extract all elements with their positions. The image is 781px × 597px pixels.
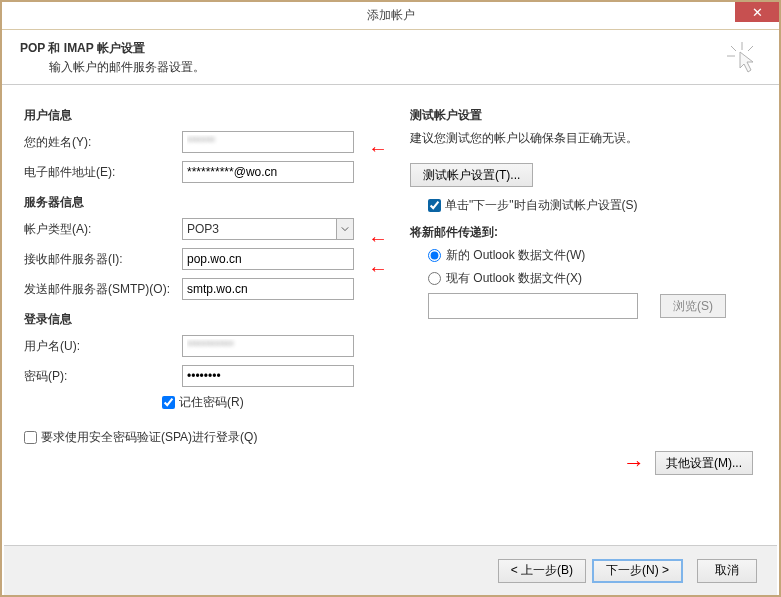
- deliver-section-title: 将新邮件传递到:: [410, 224, 757, 241]
- test-section-title: 测试帐户设置: [410, 107, 757, 124]
- name-input[interactable]: [182, 131, 354, 153]
- footer: < 上一步(B) 下一步(N) > 取消: [4, 545, 777, 595]
- email-input[interactable]: [182, 161, 354, 183]
- right-column: 测试帐户设置 建议您测试您的帐户以确保条目正确无误。 测试帐户设置(T)... …: [410, 103, 757, 446]
- new-data-file-label: 新的 Outlook 数据文件(W): [446, 247, 585, 264]
- outgoing-server-input[interactable]: [182, 278, 354, 300]
- spa-checkbox[interactable]: [24, 431, 37, 444]
- password-label: 密码(P):: [24, 368, 182, 385]
- incoming-server-label: 接收邮件服务器(I):: [24, 251, 182, 268]
- password-input[interactable]: [182, 365, 354, 387]
- new-data-file-radio[interactable]: [428, 249, 441, 262]
- auto-test-checkbox[interactable]: [428, 199, 441, 212]
- header-subtitle: 输入帐户的邮件服务器设置。: [20, 59, 761, 76]
- test-settings-button[interactable]: 测试帐户设置(T)...: [410, 163, 533, 187]
- remember-password-checkbox[interactable]: [162, 396, 175, 409]
- window-frame: 添加帐户 ✕ POP 和 IMAP 帐户设置 输入帐户的邮件服务器设置。 用户信…: [0, 0, 781, 597]
- incoming-server-input[interactable]: [182, 248, 354, 270]
- account-type-combo[interactable]: POP3: [182, 218, 354, 240]
- existing-data-file-label: 现有 Outlook 数据文件(X): [446, 270, 582, 287]
- title-bar: 添加帐户 ✕: [2, 2, 779, 30]
- other-settings-area: → 其他设置(M)...: [623, 450, 753, 476]
- account-type-label: 帐户类型(A):: [24, 221, 182, 238]
- cancel-button[interactable]: 取消: [697, 559, 757, 583]
- auto-test-label: 单击"下一步"时自动测试帐户设置(S): [445, 197, 638, 214]
- other-settings-button[interactable]: 其他设置(M)...: [655, 451, 753, 475]
- existing-data-file-radio[interactable]: [428, 272, 441, 285]
- close-icon: ✕: [752, 5, 763, 20]
- left-column: 用户信息 您的姓名(Y): 电子邮件地址(E): 服务器信息 帐户类型(A): …: [24, 103, 410, 446]
- user-info-section-title: 用户信息: [24, 107, 410, 124]
- account-type-value: POP3: [183, 222, 336, 236]
- cursor-decoration-icon: [727, 42, 757, 74]
- existing-file-path-input[interactable]: [428, 293, 638, 319]
- svg-line-2: [731, 46, 736, 51]
- spa-label: 要求使用安全密码验证(SPA)进行登录(Q): [41, 429, 257, 446]
- username-input[interactable]: [182, 335, 354, 357]
- red-arrow-icon: ←: [368, 137, 388, 160]
- email-label: 电子邮件地址(E):: [24, 164, 182, 181]
- chevron-down-icon: [341, 225, 349, 233]
- combo-dropdown-button[interactable]: [336, 219, 353, 239]
- header-title: POP 和 IMAP 帐户设置: [20, 40, 761, 57]
- login-info-section-title: 登录信息: [24, 311, 410, 328]
- browse-button[interactable]: 浏览(S): [660, 294, 726, 318]
- next-button[interactable]: 下一步(N) >: [592, 559, 683, 583]
- username-label: 用户名(U):: [24, 338, 182, 355]
- test-description: 建议您测试您的帐户以确保条目正确无误。: [410, 130, 757, 147]
- remember-password-label: 记住密码(R): [179, 394, 244, 411]
- wizard-header: POP 和 IMAP 帐户设置 输入帐户的邮件服务器设置。: [2, 30, 779, 85]
- name-label: 您的姓名(Y):: [24, 134, 182, 151]
- server-info-section-title: 服务器信息: [24, 194, 410, 211]
- red-arrow-icon: ←: [368, 257, 388, 280]
- red-arrow-icon: →: [623, 450, 645, 476]
- svg-line-3: [748, 46, 753, 51]
- back-button[interactable]: < 上一步(B): [498, 559, 586, 583]
- content-area: 用户信息 您的姓名(Y): 电子邮件地址(E): 服务器信息 帐户类型(A): …: [2, 85, 779, 446]
- outgoing-server-label: 发送邮件服务器(SMTP)(O):: [24, 281, 182, 298]
- close-button[interactable]: ✕: [735, 2, 779, 22]
- red-arrow-icon: ←: [368, 227, 388, 250]
- window-title: 添加帐户: [2, 7, 779, 24]
